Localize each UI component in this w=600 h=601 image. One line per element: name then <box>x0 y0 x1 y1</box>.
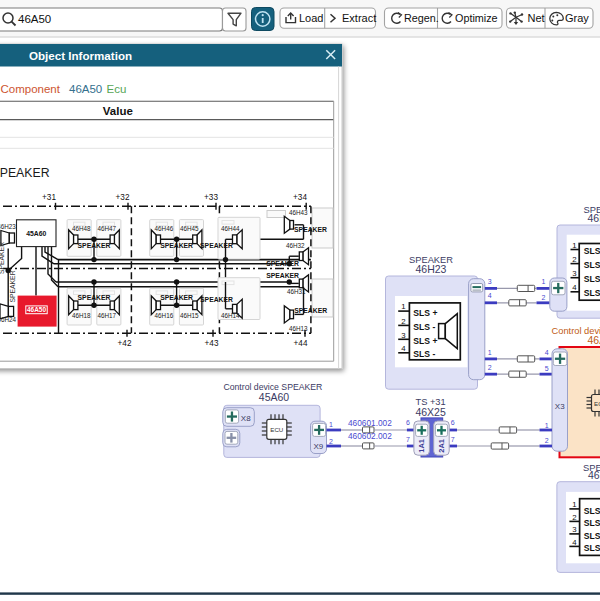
svg-text:SLS -: SLS - <box>584 288 600 298</box>
svg-text:Value: Value <box>103 105 133 117</box>
svg-text:2: 2 <box>572 255 576 264</box>
svg-text:SLS -: SLS - <box>584 260 600 270</box>
svg-text:46H14: 46H14 <box>221 312 240 319</box>
svg-text:SLS +: SLS + <box>584 274 600 284</box>
svg-text:X8: X8 <box>241 414 251 423</box>
svg-text:Net: Net <box>528 12 545 24</box>
svg-text:Object Information: Object Information <box>29 49 132 62</box>
svg-text:1: 1 <box>488 349 492 356</box>
svg-text:46X25: 46X25 <box>415 406 446 418</box>
svg-text:Extract: Extract <box>342 12 376 24</box>
svg-text:X9: X9 <box>313 442 323 451</box>
svg-text:46H24: 46H24 <box>0 316 17 323</box>
svg-text:45A60: 45A60 <box>26 230 46 237</box>
svg-text:46A50: 46A50 <box>69 83 102 95</box>
svg-text:SPEAKER: SPEAKER <box>78 242 111 249</box>
svg-text:46H13: 46H13 <box>289 325 308 332</box>
svg-text:SLS +: SLS + <box>413 336 437 346</box>
svg-text:+32: +32 <box>116 193 130 202</box>
svg-text:46H46: 46H46 <box>155 225 174 232</box>
svg-text:Gray: Gray <box>565 12 589 24</box>
svg-text:ECU: ECU <box>270 426 283 433</box>
svg-text:46H16: 46H16 <box>155 312 174 319</box>
svg-text:5: 5 <box>545 365 549 372</box>
svg-text:46H47: 46H47 <box>97 225 116 232</box>
svg-text:Regen.: Regen. <box>404 12 439 24</box>
svg-text:4: 4 <box>572 538 577 547</box>
svg-text:3: 3 <box>572 525 576 534</box>
svg-text:+42: +42 <box>118 339 132 348</box>
svg-text:7: 7 <box>406 436 410 443</box>
svg-text:46H32: 46H32 <box>286 242 305 249</box>
svg-text:SPEAKER: SPEAKER <box>9 270 16 302</box>
svg-text:2: 2 <box>545 437 549 444</box>
svg-text:SPEAKER: SPEAKER <box>294 307 327 314</box>
svg-text:Optimize: Optimize <box>455 12 498 24</box>
svg-text:46A50: 46A50 <box>18 13 51 25</box>
svg-text:2A1: 2A1 <box>437 439 446 453</box>
svg-text:Control device SPEAKER: Control device SPEAKER <box>223 382 322 392</box>
svg-text:46H15: 46H15 <box>180 312 199 319</box>
svg-text:46H18: 46H18 <box>72 312 91 319</box>
svg-text:SPEAKER: SPEAKER <box>0 166 50 180</box>
svg-text:SPEAKER: SPEAKER <box>160 242 193 249</box>
svg-text:2: 2 <box>542 294 546 301</box>
svg-text:1: 1 <box>401 302 405 311</box>
svg-text:SLS -: SLS - <box>584 543 600 553</box>
svg-text:SPEAKER: SPEAKER <box>266 272 299 279</box>
svg-text:3: 3 <box>572 269 576 278</box>
svg-text:2: 2 <box>401 317 405 326</box>
svg-text:46H44: 46H44 <box>221 225 240 232</box>
svg-text:4: 4 <box>401 344 406 353</box>
svg-text:+44: +44 <box>294 339 308 348</box>
svg-text:46H45: 46H45 <box>180 225 199 232</box>
svg-text:SLS -: SLS - <box>413 349 435 359</box>
svg-text:4: 4 <box>488 292 492 299</box>
svg-text:46H23: 46H23 <box>416 263 447 275</box>
svg-text:SPEAKER: SPEAKER <box>200 242 233 249</box>
svg-text:SPEAKER: SPEAKER <box>266 260 299 267</box>
svg-text:1: 1 <box>572 241 576 250</box>
svg-text:SLS +: SLS + <box>584 246 600 256</box>
svg-text:46H43: 46H43 <box>289 209 308 216</box>
svg-text:4: 4 <box>572 283 577 292</box>
svg-text:7: 7 <box>451 436 455 443</box>
svg-text:3: 3 <box>488 278 492 285</box>
svg-text:1: 1 <box>329 421 333 428</box>
svg-text:SLS +: SLS + <box>584 506 600 516</box>
svg-text:46H48: 46H48 <box>72 225 91 232</box>
svg-text:460601.002: 460601.002 <box>348 418 392 428</box>
svg-text:SLS -: SLS - <box>413 322 435 332</box>
svg-text:SPEAKER: SPEAKER <box>200 296 233 303</box>
svg-text:45A60: 45A60 <box>259 391 290 403</box>
svg-text:Component: Component <box>1 83 61 95</box>
svg-text:SLS -: SLS - <box>584 518 600 528</box>
svg-text:SPEAKER: SPEAKER <box>0 242 5 274</box>
svg-text:46H21: 46H21 <box>588 212 600 224</box>
svg-text:1: 1 <box>572 500 576 509</box>
svg-text:46A50: 46A50 <box>588 334 600 346</box>
svg-text:SPEAKER: SPEAKER <box>78 294 111 301</box>
svg-text:X3: X3 <box>555 402 565 411</box>
svg-text:SLS +: SLS + <box>584 531 600 541</box>
svg-text:46H20: 46H20 <box>588 469 600 481</box>
svg-text:3: 3 <box>401 331 405 340</box>
svg-text:46A50: 46A50 <box>27 306 47 313</box>
svg-text:1: 1 <box>542 278 546 285</box>
svg-text:+31: +31 <box>42 193 56 202</box>
svg-text:2: 2 <box>488 364 492 371</box>
svg-text:2: 2 <box>572 513 576 522</box>
svg-text:1A1: 1A1 <box>417 439 426 453</box>
svg-text:Load: Load <box>299 12 323 24</box>
svg-text:6: 6 <box>451 419 455 426</box>
svg-text:6: 6 <box>406 419 410 426</box>
svg-text:46H23: 46H23 <box>0 223 16 230</box>
svg-text:SPEAKER: SPEAKER <box>160 294 193 301</box>
svg-text:+33: +33 <box>204 193 218 202</box>
svg-text:Ecu: Ecu <box>107 83 127 95</box>
svg-text:SLS +: SLS + <box>413 308 437 318</box>
svg-text:SPEAKER: SPEAKER <box>294 226 327 233</box>
svg-text:+43: +43 <box>205 339 219 348</box>
svg-text:2: 2 <box>329 438 333 445</box>
svg-text:460602.002: 460602.002 <box>348 431 392 441</box>
